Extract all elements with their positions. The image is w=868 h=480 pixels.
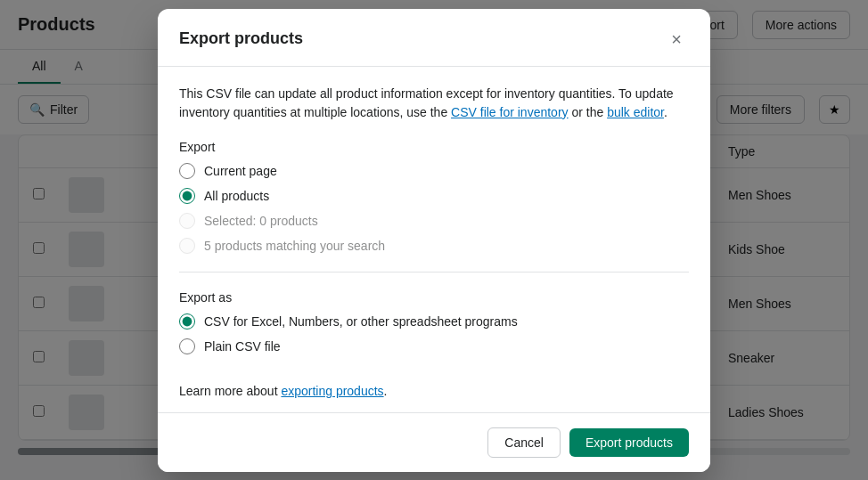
csv-inventory-link[interactable]: CSV file for inventory	[451, 105, 569, 119]
matching-radio	[179, 238, 195, 254]
export-option-selected: Selected: 0 products	[179, 213, 689, 229]
export-option-all-products[interactable]: All products	[179, 188, 689, 204]
all-products-label: All products	[204, 189, 269, 203]
export-as-csv-excel[interactable]: CSV for Excel, Numbers, or other spreads…	[179, 313, 689, 329]
exporting-products-link[interactable]: exporting products	[281, 384, 383, 398]
export-as-plain-csv[interactable]: Plain CSV file	[179, 338, 689, 354]
selected-label: Selected: 0 products	[204, 214, 318, 228]
section-divider	[179, 272, 689, 273]
export-section-label: Export	[179, 140, 689, 154]
current-page-radio[interactable]	[179, 163, 195, 179]
modal-body: This CSV file can update all product inf…	[158, 67, 710, 384]
export-option-matching: 5 products matching your search	[179, 238, 689, 254]
selected-radio	[179, 213, 195, 229]
export-products-button[interactable]: Export products	[569, 428, 689, 457]
export-radio-group: Current page All products Selected: 0 pr…	[179, 163, 689, 254]
footer-learn-text: Learn more about	[179, 384, 281, 398]
cancel-button[interactable]: Cancel	[487, 427, 561, 458]
csv-excel-radio[interactable]	[179, 313, 195, 329]
modal-header: Export products ×	[158, 9, 710, 67]
info-connector: or the	[569, 105, 608, 119]
footer-link-end: .	[384, 384, 388, 398]
all-products-radio[interactable]	[179, 188, 195, 204]
modal-close-button[interactable]: ×	[664, 27, 689, 52]
export-option-current-page[interactable]: Current page	[179, 163, 689, 179]
modal-footer: Cancel Export products	[158, 412, 710, 472]
modal-overlay: Export products × This CSV file can upda…	[0, 0, 868, 480]
bulk-editor-link[interactable]: bulk editor	[607, 105, 664, 119]
plain-csv-label: Plain CSV file	[204, 339, 281, 354]
modal-title: Export products	[179, 29, 303, 48]
export-as-radio-group: CSV for Excel, Numbers, or other spreads…	[179, 313, 689, 354]
csv-excel-label: CSV for Excel, Numbers, or other spreads…	[204, 314, 518, 329]
modal-footer-info: Learn more about exporting products.	[158, 384, 710, 412]
modal-info-text: This CSV file can update all product inf…	[179, 85, 689, 122]
matching-label: 5 products matching your search	[204, 239, 385, 253]
export-modal: Export products × This CSV file can upda…	[158, 9, 710, 472]
info-end: .	[664, 105, 667, 119]
plain-csv-radio[interactable]	[179, 338, 195, 354]
current-page-label: Current page	[204, 164, 277, 178]
export-as-section-label: Export as	[179, 290, 689, 305]
